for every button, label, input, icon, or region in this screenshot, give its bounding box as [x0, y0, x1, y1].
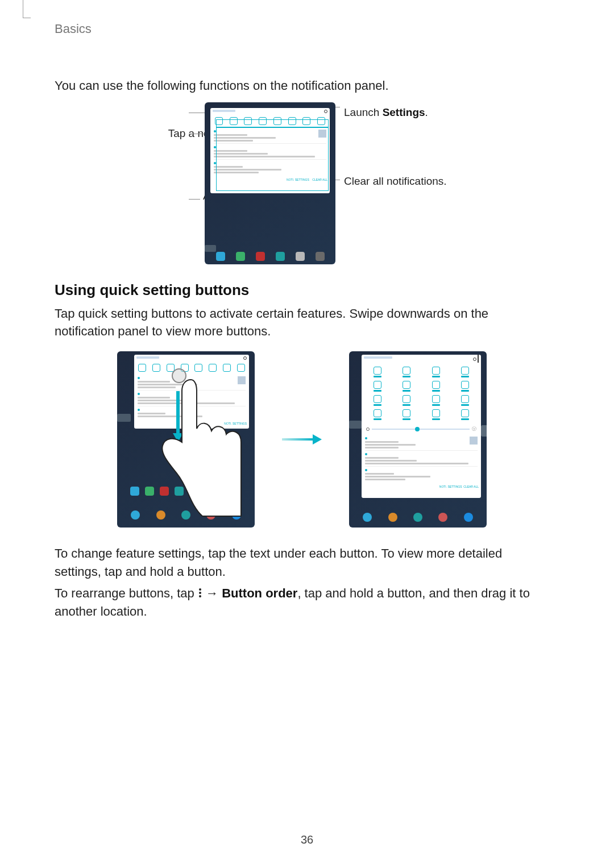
section-header: Basics	[55, 22, 92, 36]
leader-line	[189, 199, 200, 200]
callout-launch-suffix: .	[425, 106, 428, 118]
notifications-highlight	[216, 127, 329, 191]
device-figure-swipe-before: NOTI. SETTINGS	[117, 351, 255, 528]
quick-settings-highlight	[216, 119, 329, 127]
figure-row: NOTI. SETTINGS	[117, 346, 487, 533]
callout-launch-prefix: Launch	[344, 106, 383, 118]
more-options-icon	[198, 587, 202, 599]
callout-clear-all: Clear all notifications.	[344, 175, 447, 189]
subsection-heading: Using quick setting buttons	[55, 281, 249, 299]
transition-arrow-icon	[282, 435, 322, 443]
para3-arrow: →	[202, 586, 222, 600]
app-dock	[210, 252, 330, 261]
notification-panel: NOTI. SETTINGS CLEAR ALL	[210, 108, 330, 193]
subsection-paragraph-2: To change feature settings, tap the text…	[55, 545, 544, 581]
edge-panel-tab	[481, 425, 487, 437]
intro-text: You can use the following functions on t…	[55, 78, 389, 93]
subsection-paragraph-1: Tap quick setting buttons to activate ce…	[55, 305, 538, 340]
page-tab-mark	[23, 0, 31, 18]
quick-settings-grid	[362, 363, 481, 423]
callout-launch-bold: Settings	[383, 106, 425, 118]
callout-launch-settings: Launch Settings.	[344, 106, 428, 120]
subsection-paragraph-3: To rearrange buttons, tap → Button order…	[55, 584, 544, 621]
device-figure-main: NOTI. SETTINGS CLEAR ALL	[205, 102, 335, 264]
notification-panel-expanded: ⓥ NOTI. SETTINGS CLEAR ALL	[362, 355, 481, 498]
page-number: 36	[0, 833, 614, 846]
para3-bold: Button order	[222, 586, 297, 600]
leader-line	[189, 113, 206, 113]
settings-gear-icon	[324, 110, 327, 113]
status-bar	[210, 108, 330, 115]
hand-gesture-illustration	[146, 374, 242, 522]
panel-tab	[205, 245, 216, 252]
device-figure-swipe-after: ⓥ NOTI. SETTINGS CLEAR ALL	[349, 351, 487, 528]
brightness-slider: ⓥ	[362, 423, 481, 434]
para3-text-a: To rearrange buttons, tap	[55, 586, 198, 600]
